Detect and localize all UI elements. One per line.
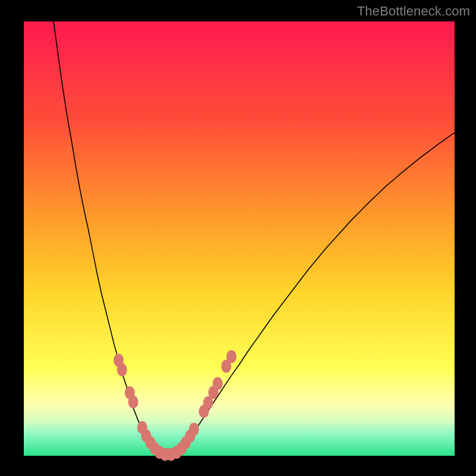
curve-marker	[212, 377, 223, 390]
curve-marker	[117, 363, 127, 376]
curve-marker	[189, 422, 199, 436]
curve-marker	[226, 350, 236, 364]
watermark-text: TheBottleneck.com	[357, 4, 470, 19]
plot-background	[24, 21, 455, 456]
svg-rect-0	[24, 21, 455, 456]
bottleneck-chart	[0, 0, 476, 476]
chart-canvas: TheBottleneck.com	[0, 0, 476, 476]
curve-marker	[128, 395, 138, 408]
